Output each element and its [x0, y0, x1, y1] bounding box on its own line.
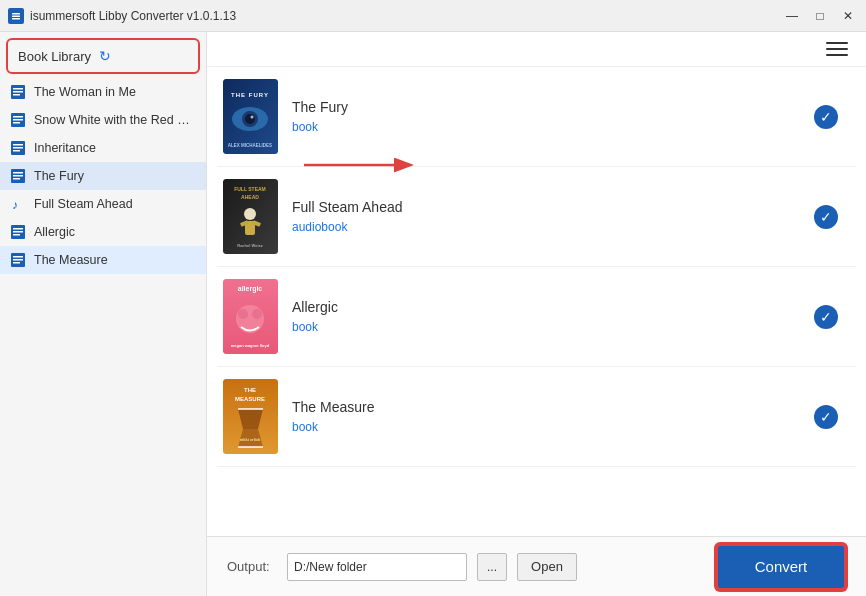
svg-text:FULL STEAM: FULL STEAM — [234, 186, 266, 192]
output-path-input[interactable] — [287, 553, 467, 581]
svg-point-49 — [238, 309, 248, 319]
svg-rect-10 — [13, 119, 23, 121]
svg-rect-9 — [13, 116, 23, 118]
check-icon: ✓ — [814, 405, 838, 429]
sidebar-item-label: Inheritance — [34, 141, 96, 155]
sidebar-item-inheritance[interactable]: Inheritance — [0, 134, 206, 162]
svg-rect-24 — [13, 234, 20, 236]
sidebar-item-snow-white[interactable]: Snow White with the Red Hai... — [0, 106, 206, 134]
book-item-full-steam-ahead[interactable]: FULL STEAM AHEAD Rachel Weisz Full Steam… — [217, 167, 856, 267]
app-title: isummersoft Libby Converter v1.0.1.13 — [30, 9, 782, 23]
book-list: THE FURY ALEX MICHAELIDES The Fury book … — [207, 67, 866, 536]
book-check[interactable]: ✓ — [812, 203, 840, 231]
minimize-button[interactable]: — — [782, 6, 802, 26]
convert-button[interactable]: Convert — [716, 544, 846, 590]
sidebar-item-label: The Woman in Me — [34, 85, 136, 99]
app-icon — [8, 8, 24, 24]
book-type: book — [292, 320, 798, 334]
svg-rect-11 — [13, 122, 20, 124]
sidebar-item-the-measure[interactable]: The Measure — [0, 246, 206, 274]
sidebar-item-the-fury[interactable]: The Fury — [0, 162, 206, 190]
hamburger-menu-button[interactable] — [822, 38, 852, 60]
sidebar-item-label: Snow White with the Red Hai... — [34, 113, 196, 127]
svg-rect-2 — [12, 15, 20, 17]
svg-text:THE FURY: THE FURY — [231, 92, 269, 98]
svg-rect-17 — [13, 172, 23, 174]
book-type: book — [292, 420, 798, 434]
hamburger-line — [826, 42, 848, 44]
book-cover-fury: THE FURY ALEX MICHAELIDES — [223, 79, 278, 154]
close-button[interactable]: ✕ — [838, 6, 858, 26]
window-controls[interactable]: — □ ✕ — [782, 6, 858, 26]
bottom-bar: Output: ... Open Convert — [207, 536, 866, 596]
sidebar: Book Library ↻ The Woman in Me Snow Whit… — [0, 32, 207, 596]
refresh-icon[interactable]: ↻ — [97, 48, 113, 64]
svg-text:nikki erlick: nikki erlick — [240, 437, 261, 442]
music-icon: ♪ — [10, 196, 26, 212]
svg-text:♪: ♪ — [12, 198, 18, 211]
svg-rect-19 — [13, 178, 20, 180]
restore-button[interactable]: □ — [810, 6, 830, 26]
book-cover-measure: THE MEASURE nikki erlick — [223, 379, 278, 454]
check-icon: ✓ — [814, 305, 838, 329]
svg-text:ALEX MICHAELIDES: ALEX MICHAELIDES — [228, 143, 272, 148]
book-title: The Measure — [292, 399, 798, 415]
check-icon: ✓ — [814, 205, 838, 229]
title-bar: isummersoft Libby Converter v1.0.1.13 — … — [0, 0, 866, 32]
book-item-allergic[interactable]: allergic megan wagner lloyd Allergic boo… — [217, 267, 856, 367]
svg-point-48 — [236, 305, 264, 333]
book-icon — [10, 224, 26, 240]
sidebar-list: The Woman in Me Snow White with the Red … — [0, 78, 206, 596]
book-icon — [10, 84, 26, 100]
svg-text:THE: THE — [244, 387, 256, 393]
book-icon — [10, 252, 26, 268]
sidebar-item-full-steam-ahead[interactable]: ♪ Full Steam Ahead — [0, 190, 206, 218]
sidebar-item-label: Full Steam Ahead — [34, 197, 133, 211]
svg-text:Rachel Weisz: Rachel Weisz — [237, 243, 263, 248]
svg-rect-27 — [13, 259, 23, 261]
svg-rect-18 — [13, 175, 23, 177]
book-type: book — [292, 120, 798, 134]
output-label: Output: — [227, 559, 277, 574]
book-icon — [10, 112, 26, 128]
sidebar-item-label: The Measure — [34, 253, 108, 267]
svg-rect-6 — [13, 91, 23, 93]
book-info: Full Steam Ahead audiobook — [292, 199, 798, 234]
browse-button[interactable]: ... — [477, 553, 507, 581]
book-title: Full Steam Ahead — [292, 199, 798, 215]
book-check[interactable]: ✓ — [812, 303, 840, 331]
svg-point-34 — [245, 114, 255, 124]
book-icon — [10, 140, 26, 156]
hamburger-line — [826, 48, 848, 50]
sidebar-item-allergic[interactable]: Allergic — [0, 218, 206, 246]
svg-rect-22 — [13, 228, 23, 230]
sidebar-item-label: The Fury — [34, 169, 84, 183]
sidebar-item-woman-in-me[interactable]: The Woman in Me — [0, 78, 206, 106]
svg-point-50 — [252, 309, 262, 319]
check-icon: ✓ — [814, 105, 838, 129]
svg-text:MEASURE: MEASURE — [235, 396, 265, 402]
svg-rect-1 — [12, 13, 20, 15]
svg-rect-5 — [13, 88, 23, 90]
book-check[interactable]: ✓ — [812, 103, 840, 131]
svg-rect-28 — [13, 262, 20, 264]
svg-text:megan wagner lloyd: megan wagner lloyd — [231, 343, 270, 348]
book-item-the-measure[interactable]: THE MEASURE nikki erlick The Measure boo… — [217, 367, 856, 467]
svg-rect-15 — [13, 150, 20, 152]
open-button[interactable]: Open — [517, 553, 577, 581]
book-title: Allergic — [292, 299, 798, 315]
content-header — [207, 32, 866, 67]
book-info: The Measure book — [292, 399, 798, 434]
main-layout: Book Library ↻ The Woman in Me Snow Whit… — [0, 32, 866, 596]
book-info: Allergic book — [292, 299, 798, 334]
svg-point-41 — [244, 208, 256, 220]
sidebar-header[interactable]: Book Library ↻ — [6, 38, 200, 74]
svg-point-35 — [251, 116, 254, 119]
svg-rect-23 — [13, 231, 23, 233]
svg-rect-7 — [13, 94, 20, 96]
book-item-the-fury[interactable]: THE FURY ALEX MICHAELIDES The Fury book … — [217, 67, 856, 167]
book-cover-ahead: FULL STEAM AHEAD Rachel Weisz — [223, 179, 278, 254]
book-info: The Fury book — [292, 99, 798, 134]
book-cover-allergic: allergic megan wagner lloyd — [223, 279, 278, 354]
book-check[interactable]: ✓ — [812, 403, 840, 431]
